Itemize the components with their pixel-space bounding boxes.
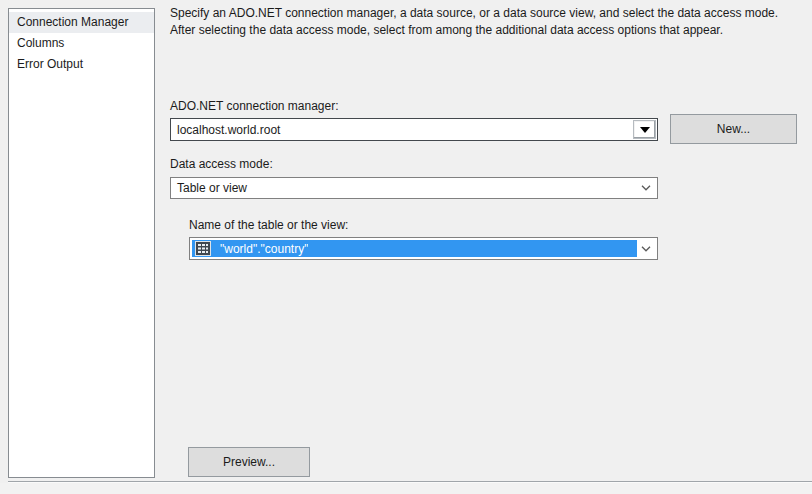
pages-listbox: Connection Manager Columns Error Output bbox=[8, 8, 155, 478]
table-grid-icon bbox=[195, 241, 211, 256]
sidebar-item-columns[interactable]: Columns bbox=[9, 33, 154, 54]
table-name-value: "world"."country" bbox=[211, 242, 308, 256]
dropdown-arrow-icon bbox=[640, 127, 650, 133]
chevron-down-icon bbox=[641, 185, 651, 191]
chevron-down-icon bbox=[641, 246, 651, 252]
new-connection-button-label: New... bbox=[717, 122, 750, 136]
data-access-mode-dropdown-button[interactable] bbox=[635, 185, 657, 191]
sidebar-item-connection-manager[interactable]: Connection Manager bbox=[9, 12, 154, 33]
page-description: Specify an ADO.NET connection manager, a… bbox=[170, 5, 804, 39]
data-access-mode-label: Data access mode: bbox=[170, 157, 273, 171]
new-connection-button[interactable]: New... bbox=[670, 114, 797, 144]
connection-manager-dropdown-button[interactable] bbox=[633, 120, 656, 139]
table-name-selected-value: "world"."country" bbox=[192, 240, 637, 257]
data-access-mode-combobox[interactable]: Table or view bbox=[170, 177, 658, 199]
sidebar-item-error-output[interactable]: Error Output bbox=[9, 54, 154, 75]
table-name-combobox[interactable]: "world"."country" bbox=[189, 237, 658, 260]
data-access-mode-value: Table or view bbox=[171, 181, 635, 195]
table-name-label: Name of the table or the view: bbox=[189, 218, 348, 232]
preview-button-label: Preview... bbox=[223, 455, 275, 469]
preview-button[interactable]: Preview... bbox=[188, 447, 310, 477]
connection-manager-combobox[interactable]: localhost.world.root bbox=[170, 118, 658, 141]
connection-manager-label: ADO.NET connection manager: bbox=[170, 99, 339, 113]
table-name-dropdown-button[interactable] bbox=[637, 246, 655, 252]
footer-strip bbox=[0, 483, 812, 494]
connection-manager-value: localhost.world.root bbox=[171, 123, 633, 137]
